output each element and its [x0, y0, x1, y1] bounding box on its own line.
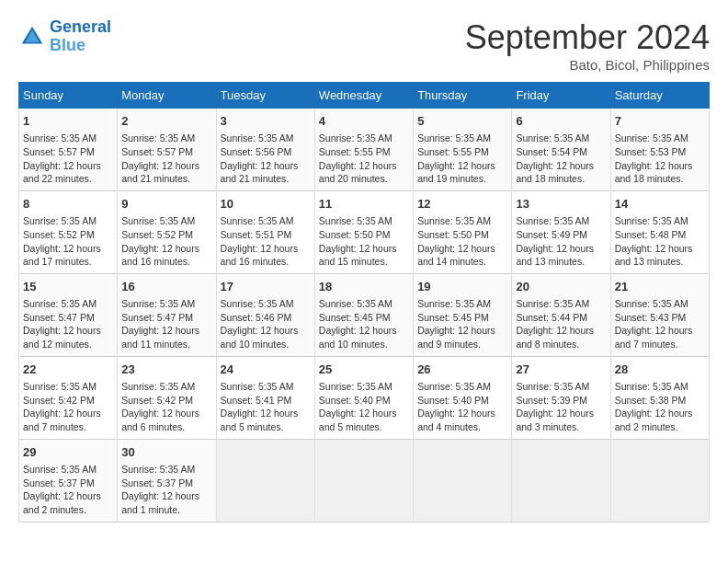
day-info: Sunrise: 5:35 AM Sunset: 5:40 PM Dayligh… — [319, 380, 409, 434]
day-info: Sunrise: 5:35 AM Sunset: 5:55 PM Dayligh… — [319, 132, 409, 186]
location: Bato, Bicol, Philippines — [465, 57, 710, 73]
day-cell: 14Sunrise: 5:35 AM Sunset: 5:48 PM Dayli… — [610, 190, 709, 273]
day-number: 18 — [319, 279, 409, 295]
day-info: Sunrise: 5:35 AM Sunset: 5:50 PM Dayligh… — [417, 214, 507, 269]
day-info: Sunrise: 5:35 AM Sunset: 5:47 PM Dayligh… — [121, 297, 211, 351]
day-info: Sunrise: 5:35 AM Sunset: 5:40 PM Dayligh… — [417, 380, 507, 434]
col-sunday: Sunday — [19, 83, 118, 109]
day-number: 22 — [23, 362, 113, 378]
day-cell: 30Sunrise: 5:35 AM Sunset: 5:37 PM Dayli… — [118, 439, 216, 522]
day-info: Sunrise: 5:35 AM Sunset: 5:48 PM Dayligh… — [615, 214, 705, 269]
logo: GeneralBlue — [18, 18, 111, 55]
day-cell: 3Sunrise: 5:35 AM Sunset: 5:56 PM Daylig… — [216, 109, 314, 191]
col-thursday: Thursday — [414, 83, 512, 109]
week-row-2: 8Sunrise: 5:35 AM Sunset: 5:52 PM Daylig… — [19, 190, 710, 273]
day-info: Sunrise: 5:35 AM Sunset: 5:45 PM Dayligh… — [417, 297, 507, 351]
day-info: Sunrise: 5:35 AM Sunset: 5:41 PM Dayligh… — [221, 380, 311, 434]
title-section: September 2024 Bato, Bicol, Philippines — [465, 18, 710, 73]
day-cell: 22Sunrise: 5:35 AM Sunset: 5:42 PM Dayli… — [19, 356, 118, 439]
day-number: 2 — [121, 113, 211, 130]
day-cell: 28Sunrise: 5:35 AM Sunset: 5:38 PM Dayli… — [610, 356, 709, 439]
col-monday: Monday — [118, 83, 216, 109]
day-cell — [314, 439, 413, 522]
day-cell — [512, 439, 610, 522]
day-cell: 23Sunrise: 5:35 AM Sunset: 5:42 PM Dayli… — [118, 356, 216, 439]
day-cell — [414, 439, 512, 522]
day-number: 20 — [516, 279, 606, 295]
day-number: 1 — [23, 113, 113, 130]
day-number: 3 — [221, 113, 311, 130]
day-number: 24 — [221, 362, 311, 378]
day-number: 9 — [121, 196, 211, 213]
day-info: Sunrise: 5:35 AM Sunset: 5:43 PM Dayligh… — [615, 297, 705, 351]
day-info: Sunrise: 5:35 AM Sunset: 5:42 PM Dayligh… — [121, 380, 211, 434]
day-number: 5 — [417, 113, 507, 130]
col-saturday: Saturday — [610, 83, 709, 109]
week-row-4: 22Sunrise: 5:35 AM Sunset: 5:42 PM Dayli… — [19, 356, 710, 439]
day-cell: 2Sunrise: 5:35 AM Sunset: 5:57 PM Daylig… — [118, 109, 216, 191]
week-row-1: 1Sunrise: 5:35 AM Sunset: 5:57 PM Daylig… — [19, 109, 710, 191]
day-info: Sunrise: 5:35 AM Sunset: 5:56 PM Dayligh… — [221, 132, 311, 186]
day-cell: 20Sunrise: 5:35 AM Sunset: 5:44 PM Dayli… — [512, 273, 610, 356]
day-cell: 11Sunrise: 5:35 AM Sunset: 5:50 PM Dayli… — [314, 190, 413, 273]
day-cell: 27Sunrise: 5:35 AM Sunset: 5:39 PM Dayli… — [512, 356, 610, 439]
day-cell: 16Sunrise: 5:35 AM Sunset: 5:47 PM Dayli… — [118, 273, 216, 356]
day-cell: 13Sunrise: 5:35 AM Sunset: 5:49 PM Dayli… — [512, 190, 610, 273]
day-info: Sunrise: 5:35 AM Sunset: 5:52 PM Dayligh… — [23, 214, 113, 269]
day-cell: 6Sunrise: 5:35 AM Sunset: 5:54 PM Daylig… — [512, 109, 610, 191]
day-number: 26 — [417, 362, 507, 378]
day-info: Sunrise: 5:35 AM Sunset: 5:54 PM Dayligh… — [516, 132, 606, 186]
month-title: September 2024 — [465, 18, 710, 57]
day-cell: 8Sunrise: 5:35 AM Sunset: 5:52 PM Daylig… — [19, 190, 118, 273]
day-cell: 5Sunrise: 5:35 AM Sunset: 5:55 PM Daylig… — [414, 109, 512, 191]
day-info: Sunrise: 5:35 AM Sunset: 5:53 PM Dayligh… — [615, 132, 705, 186]
header-row: Sunday Monday Tuesday Wednesday Thursday… — [19, 83, 710, 109]
day-number: 16 — [121, 279, 211, 295]
day-cell: 25Sunrise: 5:35 AM Sunset: 5:40 PM Dayli… — [314, 356, 413, 439]
day-number: 27 — [516, 362, 606, 378]
day-number: 12 — [417, 196, 507, 213]
page-header: GeneralBlue September 2024 Bato, Bicol, … — [18, 18, 710, 73]
week-row-5: 29Sunrise: 5:35 AM Sunset: 5:37 PM Dayli… — [19, 439, 710, 522]
day-number: 14 — [615, 196, 705, 213]
day-cell: 7Sunrise: 5:35 AM Sunset: 5:53 PM Daylig… — [610, 109, 709, 191]
day-cell: 24Sunrise: 5:35 AM Sunset: 5:41 PM Dayli… — [216, 356, 314, 439]
day-number: 10 — [221, 196, 311, 213]
day-cell: 18Sunrise: 5:35 AM Sunset: 5:45 PM Dayli… — [314, 273, 413, 356]
day-number: 11 — [319, 196, 409, 213]
day-cell: 21Sunrise: 5:35 AM Sunset: 5:43 PM Dayli… — [610, 273, 709, 356]
day-cell: 10Sunrise: 5:35 AM Sunset: 5:51 PM Dayli… — [216, 190, 314, 273]
col-wednesday: Wednesday — [314, 83, 413, 109]
logo-icon — [18, 23, 46, 51]
day-number: 28 — [615, 362, 705, 378]
col-friday: Friday — [512, 83, 610, 109]
day-cell: 1Sunrise: 5:35 AM Sunset: 5:57 PM Daylig… — [19, 109, 118, 191]
day-number: 17 — [221, 279, 311, 295]
day-info: Sunrise: 5:35 AM Sunset: 5:42 PM Dayligh… — [23, 380, 113, 434]
logo-text: GeneralBlue — [50, 18, 111, 55]
day-number: 15 — [23, 279, 113, 295]
day-cell: 12Sunrise: 5:35 AM Sunset: 5:50 PM Dayli… — [414, 190, 512, 273]
day-number: 13 — [516, 196, 606, 213]
calendar-table: Sunday Monday Tuesday Wednesday Thursday… — [18, 82, 710, 523]
week-row-3: 15Sunrise: 5:35 AM Sunset: 5:47 PM Dayli… — [19, 273, 710, 356]
day-number: 29 — [23, 444, 113, 461]
day-cell: 9Sunrise: 5:35 AM Sunset: 5:52 PM Daylig… — [118, 190, 216, 273]
day-number: 23 — [121, 362, 211, 378]
day-cell: 19Sunrise: 5:35 AM Sunset: 5:45 PM Dayli… — [414, 273, 512, 356]
col-tuesday: Tuesday — [216, 83, 314, 109]
day-cell: 17Sunrise: 5:35 AM Sunset: 5:46 PM Dayli… — [216, 273, 314, 356]
day-info: Sunrise: 5:35 AM Sunset: 5:46 PM Dayligh… — [221, 297, 311, 351]
day-info: Sunrise: 5:35 AM Sunset: 5:49 PM Dayligh… — [516, 214, 606, 269]
day-info: Sunrise: 5:35 AM Sunset: 5:38 PM Dayligh… — [615, 380, 705, 434]
day-cell: 4Sunrise: 5:35 AM Sunset: 5:55 PM Daylig… — [314, 109, 413, 191]
day-number: 25 — [319, 362, 409, 378]
day-info: Sunrise: 5:35 AM Sunset: 5:57 PM Dayligh… — [121, 132, 211, 186]
day-info: Sunrise: 5:35 AM Sunset: 5:50 PM Dayligh… — [319, 214, 409, 269]
day-number: 7 — [615, 113, 705, 130]
day-info: Sunrise: 5:35 AM Sunset: 5:45 PM Dayligh… — [319, 297, 409, 351]
day-number: 4 — [319, 113, 409, 130]
day-info: Sunrise: 5:35 AM Sunset: 5:37 PM Dayligh… — [23, 463, 113, 517]
day-info: Sunrise: 5:35 AM Sunset: 5:51 PM Dayligh… — [221, 214, 311, 269]
day-number: 8 — [23, 196, 113, 213]
